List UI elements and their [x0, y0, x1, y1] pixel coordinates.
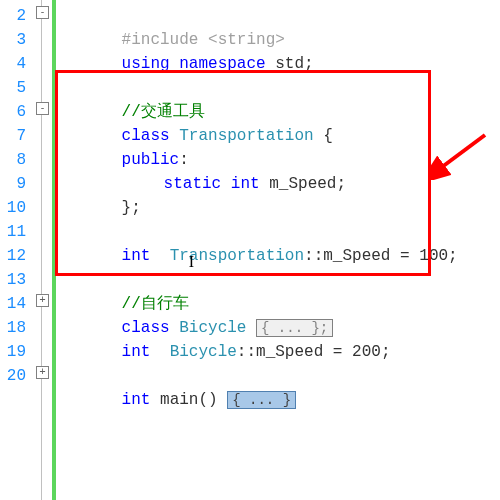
code-line: //交通工具 [56, 76, 500, 100]
code-line: class Transportation { [56, 100, 500, 124]
fold-toggle-icon[interactable]: - [36, 102, 49, 115]
ident-token: main [160, 391, 198, 409]
line-number: 11 [0, 220, 26, 244]
line-number: 8 [0, 148, 26, 172]
code-line: //自行车 [56, 268, 500, 292]
fold-gutter: - - + + [32, 0, 52, 500]
line-number: 18 [0, 316, 26, 340]
code-line: int Bicycle::m_Speed = 200; [56, 316, 500, 340]
line-number: 3 [0, 28, 26, 52]
fold-toggle-icon[interactable]: + [36, 294, 49, 307]
code-line: int Transportation::m_Speed = 100; [56, 220, 500, 244]
line-number: 2 [0, 4, 26, 28]
line-number: 10 [0, 196, 26, 220]
line-number: 9 [0, 172, 26, 196]
line-number: 19 [0, 340, 26, 364]
code-line: I [56, 244, 500, 268]
line-number: 20 [0, 364, 26, 388]
line-number: 6 [0, 100, 26, 124]
fold-toggle-icon[interactable]: + [36, 366, 49, 379]
fold-toggle-icon[interactable]: - [36, 6, 49, 19]
arrow-icon [430, 130, 490, 180]
line-number: 12 [0, 244, 26, 268]
code-line: #include <string> [56, 4, 500, 28]
keyword-token: int [122, 391, 151, 409]
line-number: 14 [0, 292, 26, 316]
line-number: 5 [0, 76, 26, 100]
punct-token: () [198, 391, 217, 409]
code-text-area[interactable]: #include <string> using namespace std; /… [52, 0, 500, 500]
code-line [56, 196, 500, 220]
svg-line-0 [438, 135, 485, 170]
code-line [56, 52, 500, 76]
code-line: using namespace std; [56, 28, 500, 52]
code-editor: 2 3 4 5 6 7 8 9 10 11 12 13 14 18 19 20 … [0, 0, 500, 500]
line-number-gutter: 2 3 4 5 6 7 8 9 10 11 12 13 14 18 19 20 [0, 0, 32, 500]
folded-region[interactable]: { ... } [227, 391, 296, 409]
line-number: 4 [0, 52, 26, 76]
line-number: 13 [0, 268, 26, 292]
line-number: 7 [0, 124, 26, 148]
code-line [56, 340, 500, 364]
code-line: int main() { ... } [56, 364, 500, 388]
code-line: class Bicycle { ... }; [56, 292, 500, 316]
